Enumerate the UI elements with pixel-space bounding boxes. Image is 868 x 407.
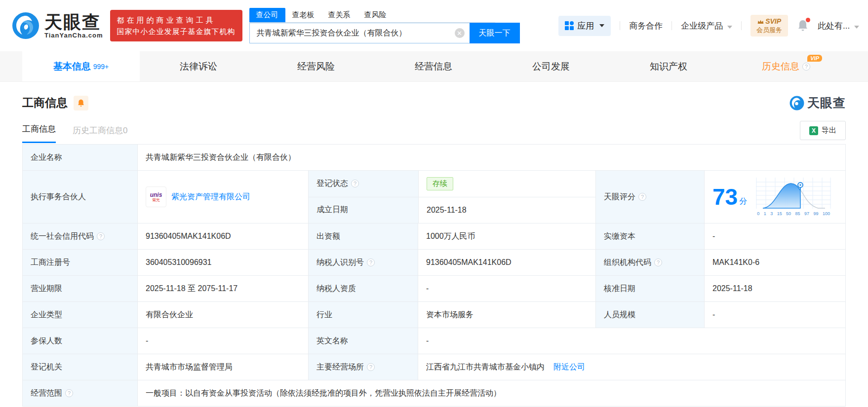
subtab-row: 工商信息 历史工商信息0 X 导出 [22,121,846,143]
apps-menu-button[interactable]: 应用 [558,16,611,36]
axis-tick: 3 [770,211,773,216]
establish-date-label: 成立日期 [309,197,418,223]
divider [741,21,742,30]
tab-intellectual-property[interactable]: 知识产权 [610,51,727,81]
axis-tick: 1 [764,211,766,216]
business-info-section: 工商信息 天眼查 工商信息 历史工商信息0 X 导出 企业名称 [0,95,868,407]
tab-operation-risk[interactable]: 经营风险 [257,51,375,81]
address-text: 江西省九江市共青城市基金小镇内 [426,362,545,372]
search-tab-relation[interactable]: 查关系 [321,8,357,22]
help-icon[interactable]: ? [367,363,375,371]
axis-tick: 15 [777,211,782,216]
search-tab-company[interactable]: 查公司 [249,8,285,22]
search-input[interactable] [249,23,470,43]
label-text: 经营范围 [31,388,62,399]
score-distribution-chart: 0 1 3 15 50 85 97 99 100 [756,178,831,216]
svip-line1: SVIP [765,17,781,26]
chevron-down-icon [599,24,604,27]
establish-date-value: 2025-11-18 [418,197,595,223]
score-axis-labels: 0 1 3 15 50 85 97 99 100 [756,211,831,216]
help-icon[interactable]: ? [802,63,810,71]
user-menu[interactable]: 此处有... [818,20,859,32]
excel-icon: X [809,126,818,135]
label-text: 天眼评分 [604,192,635,202]
business-coop-link[interactable]: 商务合作 [629,20,663,32]
tab-legal-litigation[interactable]: 法律诉讼 [140,51,257,81]
industry-label: 行业 [308,302,418,328]
enterprise-product-link[interactable]: 企业级产品 [681,20,732,32]
business-term-value: 2025-11-18 至 2075-11-17 [137,276,308,301]
partner-logo-text: unis [150,192,162,198]
subtab-history-business-info[interactable]: 历史工商信息0 [73,125,127,143]
staff-size-label: 人员规模 [595,302,704,328]
help-icon[interactable]: ? [351,180,359,187]
capital-value: 1000万人民币 [418,223,595,249]
help-icon[interactable]: ? [367,259,375,266]
table-row: 登记机关 共青城市市场监督管理局 主要经营场所 ? 江西省九江市共青城市基金小镇… [23,354,845,380]
industry-value: 资本市场服务 [418,302,595,328]
apps-label: 应用 [577,20,594,32]
notifications-button[interactable] [797,19,809,32]
chevron-down-icon [727,26,732,29]
tab-count: 999+ [93,63,109,71]
axis-tick: 100 [823,211,830,216]
nearby-companies-link[interactable]: 附近公司 [553,362,585,372]
partner-logo-subtext: 紫光 [152,198,160,202]
promo-line2: 国家中小企业发展子基金旗下机构 [117,26,236,37]
tab-operation-info[interactable]: 经营信息 [375,51,492,81]
table-row: 统一社会信用代码 ? 91360405MAK141K06D 出资额 1000万人… [23,223,845,250]
help-icon[interactable]: ? [654,259,662,266]
paid-capital-label: 实缴资本 [595,223,704,249]
tab-history-info[interactable]: VIP 历史信息 ? [727,51,845,81]
search-tab-boss[interactable]: 查老板 [285,8,321,22]
vip-badge: VIP [807,55,822,62]
business-scope-value: 一般项目：以自有资金从事投资活动（除依法须经批准的项目外，凭营业执照依法自主开展… [137,380,846,406]
export-button[interactable]: X 导出 [800,121,846,140]
taxpayer-quality-label: 纳税人资质 [308,276,418,301]
tab-basic-info[interactable]: 基本信息 999+ [22,51,140,81]
search-tabs: 查公司 查老板 查关系 查风险 [249,8,495,23]
help-icon[interactable]: ? [638,193,646,201]
company-type-value: 有限合伙企业 [137,302,308,328]
subtab-business-info[interactable]: 工商信息 [22,123,56,143]
tab-label: 公司发展 [532,60,570,73]
score-unit: 分 [739,196,747,207]
table-row: 营业期限 2025-11-18 至 2075-11-17 纳税人资质 - 核准日… [23,276,845,302]
approval-date-value: 2025-11-18 [704,276,846,301]
tab-company-development[interactable]: 公司发展 [492,51,610,81]
reg-number-label: 工商注册号 [23,250,137,275]
status-badge: 存续 [427,177,453,190]
svip-member-button[interactable]: SVIP 会员服务 [750,15,788,37]
reg-number-value: 360405310096931 [137,250,308,275]
company-name-value: 共青城新紫华三投资合伙企业（有限合伙） [137,145,846,170]
table-row: 参保人数 - 英文名称 - [23,328,845,354]
search-button[interactable]: 天眼一下 [470,23,520,43]
search-tab-risk[interactable]: 查风险 [357,8,394,22]
help-icon[interactable]: ? [97,232,105,240]
bell-icon [77,99,85,108]
clear-search-icon[interactable]: ✕ [455,28,465,38]
tab-label: 历史信息 [762,60,799,73]
company-name-label: 企业名称 [23,145,137,170]
user-menu-label: 此处有... [818,21,850,31]
enterprise-product-label: 企业级产品 [681,21,723,31]
partner-company-link[interactable]: 紫光资产管理有限公司 [171,192,250,202]
section-title: 工商信息 [22,95,68,111]
promo-line1: 都在用的商业查询工具 [117,14,236,26]
table-row: 企业名称 共青城新紫华三投资合伙企业（有限合伙） [23,145,845,171]
taxpayer-id-value: 91360405MAK141K06D [418,250,595,275]
monitor-bell-button[interactable] [74,96,88,111]
chevron-down-icon [854,26,859,29]
credit-code-label: 统一社会信用代码 ? [23,223,137,249]
tianyancha-logo[interactable]: 天眼查 TianYanCha.com [12,12,103,39]
business-address-label: 主要经营场所 ? [308,354,418,380]
tianyancha-logo-icon [12,12,39,39]
axis-tick: 0 [757,211,759,216]
insured-count-value: - [137,328,308,354]
capital-label: 出资额 [308,223,418,249]
divider [620,21,620,30]
axis-tick: 99 [814,211,819,216]
help-icon[interactable]: ? [65,389,73,397]
company-type-label: 企业类型 [23,302,137,328]
apps-grid-icon [565,21,574,30]
